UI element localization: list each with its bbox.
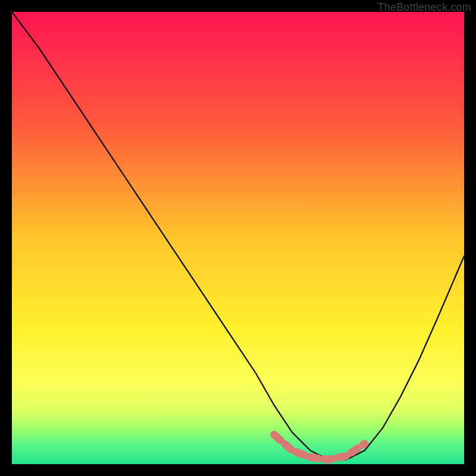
optimal-band-highlight — [274, 435, 365, 460]
plot-area — [12, 12, 464, 464]
curve-svg — [12, 12, 464, 464]
chart-stage: TheBottleneck.com — [0, 0, 476, 476]
watermark-label: TheBottleneck.com — [378, 1, 471, 14]
bottleneck-curve — [12, 12, 464, 459]
